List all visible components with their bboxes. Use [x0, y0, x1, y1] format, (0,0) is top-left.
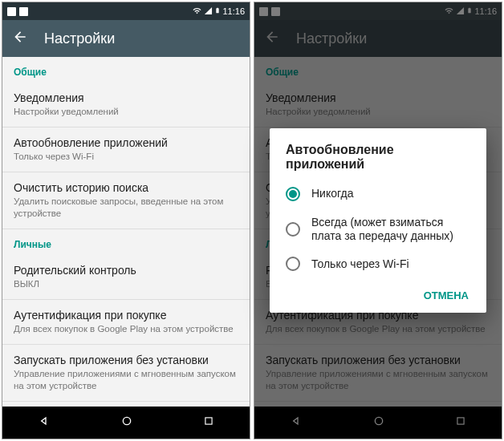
option-wifi-only[interactable]: Только через Wi-Fi [270, 249, 486, 278]
nav-recent-icon[interactable] [203, 415, 214, 430]
radio-icon [286, 257, 300, 271]
app-bar: Настройки [2, 20, 250, 57]
status-icon [19, 7, 28, 16]
svg-point-0 [123, 417, 130, 424]
settings-list[interactable]: Общие Уведомления Настройки уведомлений … [2, 57, 250, 407]
nav-back-icon[interactable] [38, 415, 51, 431]
screen-settings-dialog: 11:16 Настройки Общие Уведомления Настро… [254, 2, 502, 439]
screen-settings: 11:16 Настройки Общие Уведомления Настро… [2, 2, 250, 439]
radio-icon [286, 187, 300, 201]
battery-icon [214, 6, 221, 17]
status-time: 11:16 [222, 6, 245, 16]
item-auth[interactable]: Аутентификация при покупке Для всех поку… [2, 300, 250, 345]
item-instant-apps[interactable]: Запускать приложения без установки Управ… [2, 345, 250, 402]
option-always[interactable]: Всегда (может взиматься плата за передач… [270, 208, 486, 250]
status-icon [7, 7, 16, 16]
item-notifications[interactable]: Уведомления Настройки уведомлений [2, 83, 250, 127]
nav-bar [2, 407, 250, 439]
dialog-overlay[interactable]: Автообновление приложений Никогда Всегда… [254, 2, 502, 439]
section-header-personal: Личные [2, 229, 250, 255]
item-parental[interactable]: Родительский контроль ВЫКЛ [2, 255, 250, 300]
auto-update-dialog: Автообновление приложений Никогда Всегда… [270, 128, 486, 314]
radio-icon [286, 222, 300, 237]
cancel-button[interactable]: Отмена [417, 285, 475, 306]
back-icon[interactable] [12, 29, 28, 48]
dialog-title: Автообновление приложений [270, 143, 486, 180]
item-auto-update[interactable]: Автообновление приложений Только через W… [2, 127, 250, 172]
section-header-general: Общие [2, 57, 250, 83]
nav-home-icon[interactable] [120, 415, 133, 431]
signal-icon [204, 6, 213, 17]
page-title: Настройки [44, 30, 115, 47]
option-never[interactable]: Никогда [270, 180, 486, 208]
wifi-icon [192, 6, 202, 17]
item-clear-history[interactable]: Очистить историю поиска Удалить поисковы… [2, 172, 250, 229]
status-bar: 11:16 [2, 2, 250, 20]
svg-rect-1 [205, 418, 212, 424]
